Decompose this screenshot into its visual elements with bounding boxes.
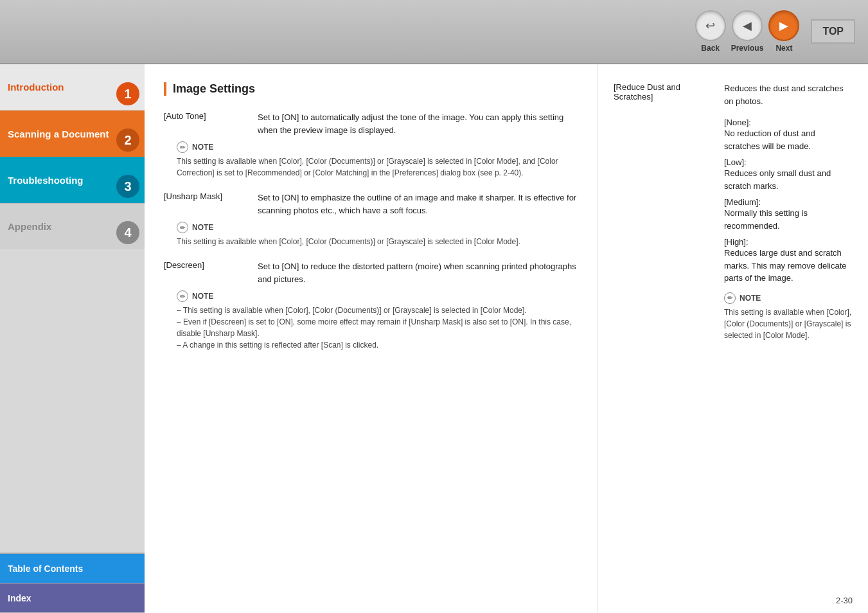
page-number: 2-30 [836, 596, 853, 605]
sidebar-item-scanning[interactable]: Scanning a Document 2 [0, 111, 145, 157]
previous-icon: ◀ [732, 10, 763, 41]
right-sub-none: [None]: No reduction of dust and scratch… [724, 118, 853, 152]
sidebar-item-introduction[interactable]: Introduction 1 [0, 64, 145, 111]
note-text-0: This setting is available when [Color], … [177, 155, 578, 179]
content-right: [Reduce Dust and Scratches] Reduces the … [598, 64, 868, 613]
unsharp-mask-key: [Unsharp Mask] [164, 191, 247, 217]
reduce-dust-key: [Reduce Dust and Scratches] [614, 82, 716, 109]
entry-unsharp-mask: [Unsharp Mask] Set to [ON] to emphasize … [164, 191, 578, 247]
descreen-note-list: This setting is available when [Color], … [177, 305, 578, 351]
note-icon-0: ✏ [177, 141, 188, 153]
back-icon: ↩ [695, 10, 726, 41]
descreen-value: Set to [ON] to reduce the distorted patt… [258, 260, 578, 285]
entry-auto-tone: [Auto Tone] Set to [ON] to automatically… [164, 111, 578, 179]
top-label[interactable]: TOP [811, 19, 855, 44]
note-icon-1: ✏ [177, 222, 188, 233]
right-sub-high-text: Reduces large dust and scratch marks. Th… [724, 247, 853, 285]
right-note-icon: ✏ [724, 292, 736, 304]
right-sub-high: [High]: Reduces large dust and scratch m… [724, 237, 853, 285]
right-sub-low-text: Reduces only small dust and scratch mark… [724, 167, 853, 192]
sidebar-scanning-number: 2 [116, 129, 139, 152]
descreen-note-item-2: A change in this setting is reflected af… [177, 339, 578, 351]
right-sub-medium-label: [Medium]: [724, 197, 853, 207]
right-sub-low-label: [Low]: [724, 157, 853, 167]
right-sub-medium: [Medium]: Normally this setting is recom… [724, 197, 853, 232]
sidebar-appendix-number: 4 [116, 221, 139, 244]
note-label-1: NOTE [192, 223, 213, 232]
index-button[interactable]: Index [0, 583, 145, 613]
right-sub-medium-text: Normally this setting is recommended. [724, 207, 853, 232]
previous-button[interactable]: ◀ Previous [731, 10, 764, 53]
back-button[interactable]: ↩ Back [695, 10, 726, 53]
auto-tone-value: Set to [ON] to automatically adjust the … [258, 111, 578, 136]
note-icon-2: ✏ [177, 290, 188, 302]
sidebar: Introduction 1 Scanning a Document 2 Tro… [0, 64, 145, 613]
descreen-note-item-1: Even if [Descreen] is set to [ON], some … [177, 316, 578, 339]
sidebar-introduction-number: 1 [116, 82, 139, 105]
sidebar-troubleshooting-number: 3 [116, 175, 139, 198]
nav-buttons: ↩ Back ◀ Previous ▶ Next TOP [695, 10, 855, 53]
right-sub-none-label: [None]: [724, 118, 853, 127]
note-label-2: NOTE [192, 292, 213, 301]
descreen-key: [Descreen] [164, 260, 247, 285]
content-left: Image Settings [Auto Tone] Set to [ON] t… [145, 64, 598, 613]
unsharp-mask-value: Set to [ON] to emphasize the outline of … [258, 191, 578, 217]
note-text-1: This setting is available when [Color], … [177, 236, 578, 247]
unsharp-mask-note: ✏ NOTE This setting is available when [C… [164, 222, 578, 247]
sidebar-item-troubleshooting[interactable]: Troubleshooting 3 [0, 157, 145, 203]
right-note-text: This setting is available when [Color], … [724, 306, 853, 341]
right-note-header: NOTE [740, 294, 761, 303]
right-note: ✏ NOTE This setting is available when [C… [724, 292, 853, 341]
note-label-0: NOTE [192, 143, 213, 152]
entry-descreen: [Descreen] Set to [ON] to reduce the dis… [164, 260, 578, 351]
sidebar-bottom: Table of Contents Index [0, 553, 145, 613]
sidebar-item-appendix[interactable]: Appendix 4 [0, 203, 145, 249]
back-label: Back [701, 44, 720, 53]
main-content: Image Settings [Auto Tone] Set to [ON] t… [145, 64, 868, 613]
descreen-note-item-0: This setting is available when [Color], … [177, 305, 578, 316]
right-reduce-dust: [Reduce Dust and Scratches] Reduces the … [614, 82, 853, 341]
auto-tone-key: [Auto Tone] [164, 111, 247, 136]
next-label: Next [775, 44, 792, 53]
right-sub-low: [Low]: Reduces only small dust and scrat… [724, 157, 853, 192]
previous-label: Previous [731, 44, 764, 53]
reduce-dust-value: Reduces the dust and scratches on photos… [724, 82, 853, 107]
right-sub-high-label: [High]: [724, 237, 853, 247]
right-sub-none-text: No reduction of dust and scratches will … [724, 127, 853, 152]
next-button[interactable]: ▶ Next [768, 10, 799, 53]
note-text-2: This setting is available when [Color], … [177, 305, 578, 351]
table-of-contents-button[interactable]: Table of Contents [0, 554, 145, 583]
auto-tone-note: ✏ NOTE This setting is available when [C… [164, 141, 578, 179]
top-bar: ↩ Back ◀ Previous ▶ Next TOP [0, 0, 868, 64]
descreen-note: ✏ NOTE This setting is available when [C… [164, 290, 578, 351]
section-title: Image Settings [164, 82, 578, 96]
next-icon: ▶ [768, 10, 799, 41]
